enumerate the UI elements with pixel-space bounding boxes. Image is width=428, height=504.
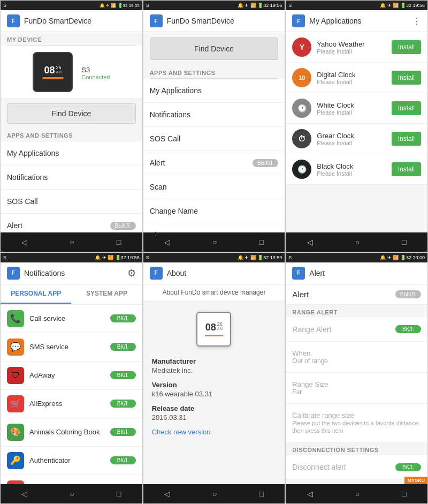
app-sub-digital: Please Install (317, 79, 386, 85)
install-btn-yahoo[interactable]: Install (392, 40, 421, 54)
nav-home-1[interactable]: ○ (64, 236, 79, 249)
app-list: Y Yahoo Weather Please Install Install 1… (286, 32, 427, 232)
nav-recent-6[interactable]: □ (396, 487, 411, 500)
status-bar-1: S 🔔 ✈ 📶 🔋32 19:55 (1, 1, 142, 10)
notif-icon-call: 📞 (7, 310, 24, 327)
more-icon-3[interactable]: ⋮ (412, 16, 421, 26)
header-4: F Notifications ⚙ (1, 262, 142, 284)
notif-icon-auth: 🔑 (7, 452, 24, 469)
notif-toggle-call[interactable]: ВКЛ. (110, 314, 136, 322)
app-name-black: Black Clock (317, 162, 386, 170)
install-btn-black[interactable]: Install (392, 162, 421, 176)
tab-bar: PERSONAL APP SYSTEM APP (1, 284, 142, 305)
menu-scan-2[interactable]: Scan (143, 175, 285, 199)
range-alert-label: RANGE ALERT (286, 305, 427, 318)
header-title-3: My Applications (309, 17, 408, 25)
nav-home-2[interactable]: ○ (207, 236, 222, 249)
nav-home-6[interactable]: ○ (350, 487, 365, 500)
gear-icon[interactable]: ⚙ (127, 267, 136, 279)
content-1: MY DEVICE 08 26 AM S3 Connected (1, 32, 142, 232)
calibrate-label: Calibrate range size (292, 411, 354, 419)
when-row: When Out of range (286, 342, 427, 373)
app-info-black: Black Clock Please Install (317, 162, 386, 177)
calibrate-row[interactable]: Calibrate range size Please put the two … (286, 404, 427, 443)
app-sub-grear: Please Install (317, 140, 386, 146)
range-alert-toggle[interactable]: ВКЛ. (395, 325, 421, 333)
menu-about-2[interactable]: About (143, 223, 285, 232)
menu-change-name-2[interactable]: Change Name (143, 199, 285, 223)
alert-toggle-2[interactable]: ВЫКЛ. (253, 159, 278, 167)
menu-my-applications-1[interactable]: My Applications (1, 141, 142, 166)
notif-toggle-animals[interactable]: ВКЛ. (110, 428, 136, 436)
alert-main-label: Alert (292, 290, 309, 299)
alert-main-toggle[interactable]: ВЫКЛ. (395, 290, 421, 298)
nav-back-5[interactable]: ◁ (159, 487, 175, 500)
alert-main-row: Alert ВЫКЛ. (292, 290, 421, 299)
menu-notif-2[interactable]: Notifications (143, 103, 285, 127)
panel-notifications: S 🔔 ✈ 📶 🔋32 19:58 F Notifications ⚙ PERS… (0, 252, 143, 505)
alert-toggle-1[interactable]: ВЫКЛ. (110, 222, 136, 230)
mysku-badge: MYSKU (404, 477, 427, 484)
watch-bar (42, 77, 64, 79)
notif-toggle-auth[interactable]: ВКЛ. (110, 456, 136, 464)
header-3: F My Applications ⋮ (286, 10, 427, 32)
device-name: S3 (81, 66, 110, 74)
header-title-4: Notifications (24, 269, 123, 277)
app-icon-digital: 10 (292, 68, 311, 87)
about-content: About FunDo smart device manager 08 26 A… (143, 284, 285, 485)
install-btn-grear[interactable]: Install (392, 132, 421, 146)
menu-notifications-1[interactable]: Notifications (1, 166, 142, 190)
nav-recent-5[interactable]: □ (254, 487, 269, 500)
menu-my-apps-2[interactable]: My Applications (143, 79, 285, 103)
nav-recent-1[interactable]: □ (111, 236, 126, 249)
nav-recent-2[interactable]: □ (254, 236, 269, 249)
notif-animals: 🎨 Animals Coloring Book ВКЛ. (1, 418, 142, 447)
menu-sos-call-1[interactable]: SOS Call (1, 190, 142, 214)
app-icon-black: 🕐 (292, 160, 311, 179)
find-device-btn-2[interactable]: Find Device (150, 37, 279, 60)
header-title-5: About (167, 269, 279, 277)
menu-alert-2[interactable]: Alert ВЫКЛ. (143, 151, 285, 175)
notif-toggle-sms[interactable]: ВКЛ. (110, 343, 136, 351)
app-item-grear: ⏱ Grear Clock Please Install Install (286, 124, 427, 154)
install-btn-digital[interactable]: Install (392, 71, 421, 85)
about-fields: Manufacturer Mediatek inc. Version k16.w… (143, 352, 285, 441)
nav-back-6[interactable]: ◁ (302, 487, 318, 500)
notif-icon-sms: 💬 (7, 338, 24, 356)
app-info-yahoo: Yahoo Weather Please Install (317, 40, 386, 55)
section-my-device: MY DEVICE (1, 32, 142, 45)
nav-recent-3[interactable]: □ (396, 236, 411, 249)
nav-home-5[interactable]: ○ (207, 487, 222, 500)
nav-back-1[interactable]: ◁ (16, 236, 33, 249)
nav-home-4[interactable]: ○ (64, 487, 79, 500)
alert-main-section: Alert ВЫКЛ. (286, 284, 427, 305)
tab-system-app[interactable]: SYSTEM APP (71, 284, 142, 304)
app-sub-yahoo: Please Install (317, 48, 386, 55)
notif-toggle-adaway[interactable]: ВКЛ. (110, 371, 136, 379)
nav-back-2[interactable]: ◁ (159, 236, 175, 249)
status-bar-4: S 🔔 ✈ 📶 🔋32 19:58 (1, 253, 142, 262)
nav-home-3[interactable]: ○ (350, 236, 365, 249)
find-device-btn-1[interactable]: Find Device (7, 103, 136, 124)
app-item-white: 🕐 White Clock Please Install Install (286, 93, 427, 124)
install-btn-white[interactable]: Install (392, 101, 421, 115)
app-info-digital: Digital Clock Please Install (317, 71, 386, 85)
nav-back-3[interactable]: ◁ (302, 236, 318, 249)
tab-personal-app[interactable]: PERSONAL APP (1, 284, 71, 304)
menu-alert-1[interactable]: Alert ВЫКЛ. (1, 214, 142, 232)
notif-toggle-ali[interactable]: ВКЛ. (110, 400, 136, 408)
nav-recent-4[interactable]: □ (111, 487, 126, 500)
app-logo-2: F (150, 14, 163, 27)
menu-sos-2[interactable]: SOS Call (143, 127, 285, 151)
nav-back-4[interactable]: ◁ (16, 487, 33, 500)
about-desc: About FunDo smart device manager (143, 284, 285, 301)
header-5: F About (143, 262, 285, 284)
alert-content: Alert ВЫКЛ. RANGE ALERT Range Alert ВКЛ.… (286, 284, 427, 485)
panel-my-applications: S 🔔 ✈ 📶 🔋32 19:56 F My Applications ⋮ Y … (285, 0, 428, 252)
check-new-version-link[interactable]: Check new version (152, 428, 277, 436)
app-name-yahoo: Yahoo Weather (317, 40, 386, 48)
disconnect-toggle[interactable]: ВКЛ. (395, 463, 421, 471)
notif-icon-animals: 🎨 (7, 424, 24, 441)
panel-fundo-main: S 🔔 ✈ 📶 🔋32 19:55 F FunDo SmartDevice MY… (0, 0, 143, 252)
header-6: F Alert (286, 262, 427, 284)
